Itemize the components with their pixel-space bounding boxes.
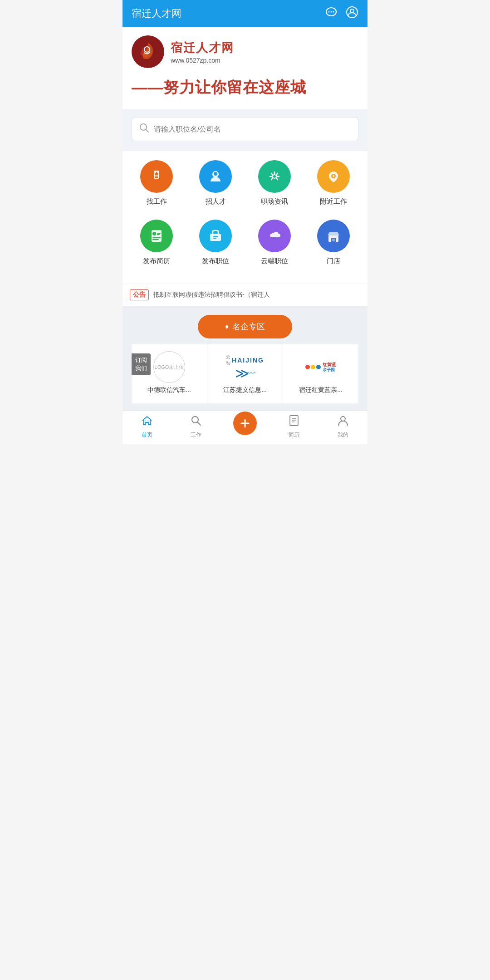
message-icon[interactable] — [325, 6, 338, 21]
search-section — [122, 109, 368, 151]
recruit-talent-button[interactable]: 招人才 — [186, 156, 245, 211]
svg-rect-26 — [152, 239, 159, 240]
svg-rect-27 — [210, 234, 221, 241]
company-card-1[interactable]: 订阅我们 LOGO未上传 中德联信汽车... — [132, 344, 207, 403]
svg-rect-23 — [157, 233, 161, 234]
svg-point-5 — [350, 9, 354, 13]
svg-line-9 — [146, 130, 149, 132]
logo-placeholder-1: LOGO未上传 — [153, 351, 185, 383]
store-button[interactable]: 门店 — [304, 215, 363, 270]
post-job-button[interactable]: 发布职位 — [186, 215, 245, 270]
company-card-3[interactable]: 红黄蓝 亲子园 宿迁红黄蓝亲... — [283, 344, 358, 403]
svg-rect-29 — [213, 238, 216, 239]
company-card-2[interactable]: 云智 HAIJING ≫ 〰 江苏捷义信息... — [207, 344, 283, 403]
resume-nav-icon — [288, 415, 300, 429]
enterprise-zone-button[interactable]: ♦ 名企专区 — [198, 315, 292, 338]
notice-text: 抵制互联网虚假违法招聘倡议书-（宿迁人 — [153, 291, 270, 299]
post-resume-button[interactable]: 发布简历 — [127, 215, 186, 270]
site-name: 宿迁人才网 — [171, 40, 234, 56]
hhlan-text: 红黄蓝 亲子园 — [323, 362, 336, 372]
icon-grid: 找工作 招人才 — [122, 151, 368, 284]
company-cards: 订阅我们 LOGO未上传 中德联信汽车... 云智 HAIJING ≫ 〰 — [132, 344, 358, 403]
cloud-jobs-label: 云端职位 — [261, 257, 288, 265]
notice-bar[interactable]: 公告 抵制互联网虚假违法招聘倡议书-（宿迁人 — [122, 284, 368, 306]
cloud-jobs-icon — [258, 220, 291, 252]
enterprise-btn-label: 名企专区 — [232, 321, 265, 332]
company-logo-3: 红黄蓝 亲子园 — [303, 353, 339, 381]
dot-blue — [316, 365, 321, 369]
enterprise-section: ♦ 名企专区 订阅我们 LOGO未上传 中德联信汽车... 云智 HAIJING… — [122, 306, 368, 411]
app-title: 宿迁人才网 — [132, 7, 181, 20]
nearby-jobs-button[interactable]: 附近工作 — [304, 156, 363, 211]
company-name-1: 中德联信汽车... — [147, 386, 191, 394]
dot-red — [305, 365, 310, 369]
svg-rect-14 — [155, 177, 158, 178]
svg-rect-25 — [152, 237, 161, 238]
post-resume-icon — [140, 220, 173, 252]
recruit-talent-label: 招人才 — [206, 197, 226, 206]
nav-home[interactable]: 首页 — [122, 415, 172, 439]
workplace-news-button[interactable]: 职场资讯 — [245, 156, 304, 211]
site-url: www.0527zp.com — [171, 57, 234, 64]
svg-rect-24 — [157, 234, 160, 235]
hhlan-dots — [305, 365, 321, 369]
svg-rect-13 — [155, 176, 158, 176]
haijing-logo: 云智 HAIJING ≫ 〰 — [226, 354, 264, 380]
svg-point-18 — [273, 175, 276, 178]
svg-point-20 — [333, 175, 334, 177]
header-actions — [325, 6, 358, 21]
svg-point-1 — [328, 11, 330, 13]
slogan-section: ——努力让你留在这座城 — [122, 73, 368, 109]
user-icon[interactable] — [346, 6, 358, 21]
dot-yellow — [311, 365, 315, 369]
company-logo-2: 云智 HAIJING ≫ 〰 — [227, 353, 263, 381]
app-header: 宿迁人才网 — [122, 0, 368, 27]
find-job-icon — [140, 160, 173, 193]
workplace-news-label: 职场资讯 — [261, 197, 288, 206]
icon-row-1: 找工作 招人才 — [127, 156, 363, 211]
search-nav-icon — [190, 415, 202, 429]
company-name-2: 江苏捷义信息... — [223, 386, 267, 394]
notice-tag: 公告 — [130, 289, 149, 300]
company-logo-1: LOGO未上传 — [151, 353, 187, 381]
search-bar — [132, 117, 358, 141]
slogan-text: ——努力让你留在这座城 — [132, 77, 358, 98]
svg-rect-28 — [213, 236, 218, 237]
nav-job[interactable]: 工作 — [172, 415, 220, 439]
nav-resume[interactable]: 简历 — [270, 415, 318, 439]
nav-mine-label: 我的 — [338, 431, 348, 439]
search-input[interactable] — [154, 125, 351, 133]
nav-resume-label: 简历 — [289, 431, 299, 439]
svg-point-2 — [331, 11, 332, 13]
site-logo — [132, 35, 164, 68]
post-job-icon — [199, 220, 232, 252]
company-name-3: 宿迁红黄蓝亲... — [299, 386, 343, 394]
mine-nav-icon — [337, 415, 349, 429]
svg-line-34 — [198, 422, 201, 426]
bottom-nav: 首页 工作 简历 — [122, 411, 368, 444]
nav-home-label: 首页 — [142, 431, 152, 439]
add-icon[interactable] — [233, 412, 257, 435]
svg-point-41 — [341, 416, 345, 421]
logo-text: 宿迁人才网 www.0527zp.com — [171, 40, 234, 64]
nav-add-button[interactable] — [220, 419, 270, 435]
subscribe-badge: 订阅我们 — [132, 353, 151, 375]
nearby-jobs-label: 附近工作 — [320, 197, 347, 206]
icon-row-2: 发布简历 发布职位 云端职位 — [127, 215, 363, 270]
svg-rect-32 — [332, 239, 335, 241]
post-job-label: 发布职位 — [202, 257, 229, 265]
nav-mine[interactable]: 我的 — [318, 415, 368, 439]
cloud-jobs-button[interactable]: 云端职位 — [245, 215, 304, 270]
find-job-button[interactable]: 找工作 — [127, 156, 186, 211]
recruit-talent-icon — [199, 160, 232, 193]
nearby-jobs-icon — [317, 160, 350, 193]
find-job-label: 找工作 — [147, 197, 167, 206]
svg-rect-21 — [152, 230, 162, 242]
diamond-icon: ♦ — [225, 323, 229, 331]
workplace-news-icon — [258, 160, 291, 193]
search-icon — [139, 123, 149, 135]
nav-job-label: 工作 — [191, 431, 201, 439]
logo-section: 宿迁人才网 www.0527zp.com — [122, 27, 368, 73]
svg-point-22 — [152, 232, 156, 235]
svg-rect-12 — [155, 174, 158, 175]
